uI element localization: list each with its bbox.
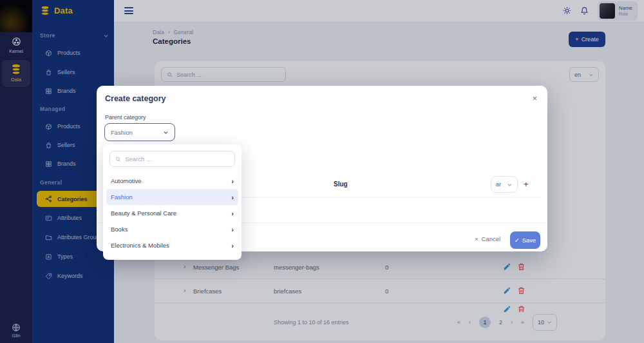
save-label: Save [522,237,536,244]
option-fashion-selected[interactable]: Fashion › [106,189,238,205]
option-electronics-mobiles[interactable]: Electronics & Mobiles › [103,237,242,253]
cancel-button[interactable]: × Cancel [475,235,500,242]
modal-title: Create category [105,94,166,103]
chevron-right-icon: › [231,242,234,250]
translation-language-value: ar [496,181,501,188]
option-automotive[interactable]: Automotive › [103,173,242,189]
slug-column-header: Slug [334,181,348,188]
dropdown-options: Automotive › Fashion › Beauty & Personal… [103,173,242,253]
save-button[interactable]: ✓ Save [510,231,540,249]
check-icon: ✓ [515,237,520,244]
parent-category-label: Parent category [105,114,146,121]
chevron-right-icon: › [231,210,234,217]
translation-language-select[interactable]: ar [491,176,518,193]
chevron-right-icon: › [231,177,234,185]
parent-category-dropdown: Automotive › Fashion › Beauty & Personal… [103,144,242,260]
close-icon[interactable]: × [532,93,537,103]
chevron-down-icon [163,130,169,135]
option-label: Automotive [111,177,142,184]
option-books[interactable]: Books › [103,221,242,237]
parent-category-select[interactable]: Fashion [104,123,175,141]
option-label: Electronics & Mobiles [111,242,169,249]
option-label: Fashion [111,193,133,201]
cancel-label: Cancel [482,235,501,242]
chevron-down-icon [507,182,513,188]
chevron-right-icon: › [231,193,234,201]
dropdown-search-input[interactable] [125,155,229,162]
parent-category-value: Fashion [111,129,133,136]
dropdown-search[interactable] [109,151,235,167]
option-label: Books [111,226,128,233]
add-translation-button[interactable]: + [524,179,529,189]
option-label: Beauty & Personal Care [111,210,176,217]
option-beauty-personal-care[interactable]: Beauty & Personal Care › [103,205,242,221]
chevron-right-icon: › [231,226,234,233]
search-icon [115,156,121,162]
close-icon: × [475,235,478,242]
